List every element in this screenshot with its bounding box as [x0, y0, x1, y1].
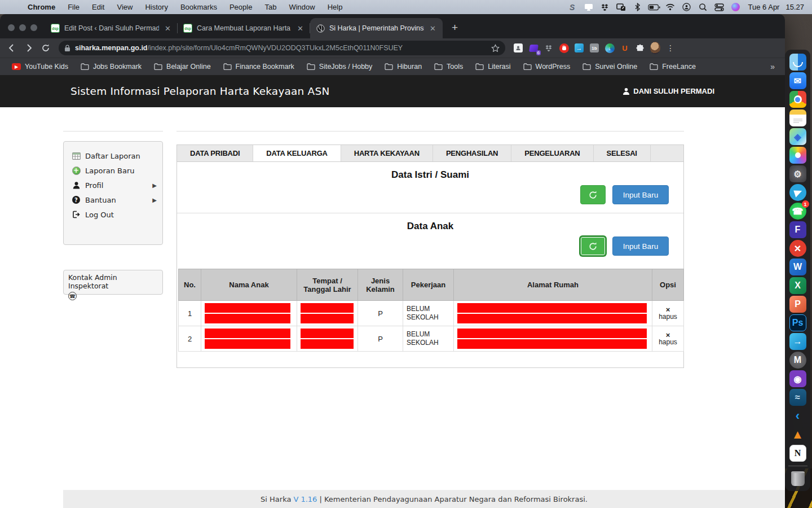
u-ext-icon[interactable]: U — [620, 43, 630, 53]
notion-icon[interactable]: N — [789, 445, 806, 462]
whatsapp-icon[interactable]: ☎1 — [789, 203, 806, 220]
photoshop-icon[interactable]: Ps — [789, 314, 806, 331]
bluetooth-icon[interactable] — [632, 2, 644, 12]
reader-ext-icon[interactable] — [513, 43, 523, 53]
bookmark-survei-online[interactable]: Survei Online — [577, 61, 642, 72]
mysql-workbench-icon[interactable]: ≈ — [789, 389, 806, 406]
phone-icon[interactable]: ☎ — [68, 292, 77, 300]
wifi-icon[interactable] — [664, 2, 677, 12]
menu-chrome[interactable]: Chrome — [21, 3, 61, 11]
tab-data-keluarga[interactable]: DATA KELUARGA — [253, 145, 341, 161]
browser-tab-2[interactable]: dspCara Membuat Laporan Harta K✕ — [178, 18, 310, 38]
bookmark-wordpress[interactable]: WordPress — [518, 61, 576, 72]
finder-icon[interactable] — [789, 54, 806, 71]
profile-avatar[interactable] — [650, 43, 660, 53]
minimize-window-button[interactable] — [19, 24, 26, 31]
github-icon[interactable]: ◉ — [789, 370, 806, 387]
word-icon[interactable]: W — [789, 259, 806, 275]
hapus-link[interactable]: hapus — [656, 338, 680, 346]
battery-icon[interactable] — [648, 2, 660, 12]
chrome-icon[interactable] — [789, 91, 806, 108]
mail-icon[interactable]: ✉ — [789, 72, 806, 89]
trash-icon[interactable] — [789, 470, 806, 487]
puzzle-extensions-icon[interactable] — [635, 43, 645, 53]
flipboard-icon[interactable]: F — [789, 221, 806, 238]
browser-tab-1[interactable]: dspEdit Post ‹ Dani Suluh Permadi✕ — [45, 18, 178, 38]
sidebar-item-bantuan[interactable]: ?Bantuan▶ — [72, 192, 162, 207]
tab-data-pribadi[interactable]: DATA PRIBADI — [177, 145, 253, 161]
sidebar-item-daftar-laporan[interactable]: Daftar Laporan — [72, 148, 162, 163]
refresh-spouse-button[interactable] — [580, 185, 606, 204]
address-bar[interactable]: siharka.menpan.go.id/index.php/site/form… — [59, 41, 505, 55]
refresh-children-button[interactable] — [580, 237, 606, 256]
idm-ext-icon[interactable]: ↓ — [604, 43, 615, 53]
menu-bookmarks[interactable]: Bookmarks — [174, 3, 223, 11]
control-center-icon[interactable] — [713, 2, 726, 12]
vscode-icon[interactable]: ‹ — [789, 408, 806, 424]
bookmark-freelance[interactable]: FreeLance — [645, 61, 701, 72]
menu-view[interactable]: View — [111, 3, 139, 11]
excel-icon[interactable]: X — [789, 277, 806, 294]
telegram-icon[interactable] — [789, 184, 806, 201]
download-arrow-ext-icon[interactable]: → — [574, 43, 584, 53]
bookmarks-overflow-chevron[interactable]: » — [770, 62, 778, 71]
bookmark-belajar-online[interactable]: Belajar Online — [149, 61, 216, 72]
tab-harta-kekayaan[interactable]: HARTA KEKAYAAN — [341, 145, 433, 161]
photos-icon[interactable] — [789, 147, 806, 164]
menu-help[interactable]: Help — [321, 3, 349, 11]
orange-triangle-app-icon[interactable]: ▲ — [789, 426, 806, 443]
reload-button[interactable] — [38, 41, 53, 55]
tab-close-icon[interactable]: ✕ — [296, 24, 304, 33]
dropbox-icon[interactable] — [599, 2, 611, 12]
new-tab-button[interactable]: + — [443, 21, 467, 38]
sidebar-item-log-out[interactable]: Log Out — [72, 207, 162, 222]
logged-in-user[interactable]: DANI SULUH PERMADI — [623, 87, 714, 95]
bookmark-hiburan[interactable]: Hiburan — [379, 61, 427, 72]
footer-version[interactable]: V 1.16 — [293, 495, 317, 503]
kebab-menu-icon[interactable]: ⋮ — [665, 43, 676, 53]
red-arrows-app-icon[interactable]: ✕ — [789, 240, 806, 257]
sidebar-item-profil[interactable]: Profil▶ — [72, 178, 162, 192]
bookmark-literasi[interactable]: Literasi — [470, 61, 515, 72]
bookmark-tools[interactable]: Tools — [429, 61, 468, 72]
tab-close-icon[interactable]: ✕ — [164, 24, 172, 33]
close-window-button[interactable] — [8, 24, 15, 31]
menu-window[interactable]: Window — [283, 3, 321, 11]
powerpoint-icon[interactable]: P — [789, 296, 806, 313]
hapus-link[interactable]: hapus — [656, 313, 680, 321]
menu-tab[interactable]: Tab — [258, 3, 283, 11]
zoom-window-button[interactable] — [30, 24, 37, 31]
tab-selesai[interactable]: SELESAI — [594, 145, 651, 161]
bookmark-jobs-bookmark[interactable]: Jobs Bookmark — [76, 61, 147, 72]
delete-x-icon[interactable]: × — [656, 306, 680, 313]
user-switch-icon[interactable] — [681, 2, 693, 12]
input-baru-children-button[interactable]: Input Baru — [612, 237, 669, 256]
display-icon[interactable] — [582, 2, 595, 12]
bookmark-youtube-kids[interactable]: ▶YouTube Kids — [7, 61, 73, 72]
tab-penghasilan[interactable]: PENGHASILAN — [433, 145, 511, 161]
browser-tab-3[interactable]: Si Harka | Pemerintah Provinsi✕ — [310, 18, 443, 38]
mammoth-app-icon[interactable]: M — [789, 352, 806, 369]
menu-edit[interactable]: Edit — [86, 3, 111, 11]
menu-file[interactable]: File — [61, 3, 86, 11]
siri-icon[interactable] — [730, 2, 742, 12]
window-controls[interactable] — [0, 24, 45, 38]
spotlight-icon[interactable] — [697, 2, 709, 12]
menu-history[interactable]: History — [139, 3, 174, 11]
menu-people[interactable]: People — [223, 3, 258, 11]
delete-x-icon[interactable]: × — [656, 332, 680, 338]
dropbox-ext-icon[interactable] — [544, 43, 554, 53]
input-baru-spouse-button[interactable]: Input Baru — [612, 185, 669, 204]
screen-mirroring-icon[interactable] — [615, 2, 628, 12]
forward-button[interactable] — [21, 41, 36, 55]
maps-icon[interactable]: ◈ — [789, 128, 806, 145]
shottr-icon[interactable]: S — [566, 2, 579, 12]
tab-close-icon[interactable]: ✕ — [429, 24, 437, 33]
bookmark-star-icon[interactable] — [491, 44, 500, 52]
bookmark-sitejobs-hobby[interactable]: SiteJobs / Hobby — [302, 61, 378, 72]
notes-icon[interactable] — [789, 110, 806, 126]
back-button[interactable] — [5, 41, 19, 55]
oneb-ext-icon[interactable]: 1b — [589, 43, 599, 53]
sidebar-item-laporan-baru[interactable]: +Laporan Baru — [72, 163, 162, 178]
bookmark-finance-bookmark[interactable]: Finance Bookmark — [218, 61, 299, 72]
